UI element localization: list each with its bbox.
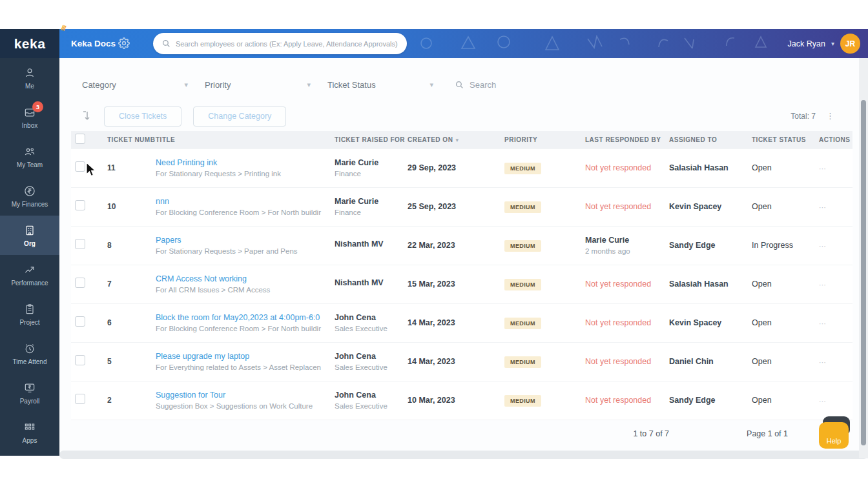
- team-icon: [23, 145, 36, 158]
- row-actions-icon[interactable]: ⋯: [819, 242, 827, 250]
- ticket-category-path: For Everything related to Assets > Asset…: [156, 363, 327, 371]
- settings-gear-icon[interactable]: [118, 37, 130, 49]
- sidebar-item-label: Org: [24, 240, 36, 247]
- row-checkbox[interactable]: [75, 316, 85, 327]
- chevron-down-icon: ▾: [307, 81, 311, 89]
- help-button[interactable]: Help: [819, 422, 849, 449]
- trend-up-icon: [23, 263, 36, 276]
- user-icon: [23, 66, 36, 79]
- sidebar-item-my-team[interactable]: My Team: [0, 137, 59, 176]
- ticket-title-link[interactable]: nnn: [156, 197, 327, 206]
- col-priority[interactable]: PRIORITY: [501, 131, 581, 148]
- ticket-status-filter-dropdown[interactable]: Ticket Status ▾: [327, 80, 450, 90]
- ticket-title-link[interactable]: Need Printing ink: [156, 158, 327, 167]
- avatar[interactable]: JR: [840, 34, 860, 54]
- user-name: Jack Ryan: [788, 39, 825, 48]
- sidebar-item-inbox[interactable]: 3 Inbox: [0, 97, 59, 137]
- table-row[interactable]: 5 Please upgrade my laptopFor Everything…: [71, 342, 852, 381]
- ticket-search-input[interactable]: [470, 80, 553, 90]
- vertical-scrollbar-thumb[interactable]: [861, 100, 866, 445]
- category-filter-label: Category: [82, 80, 116, 90]
- row-checkbox[interactable]: [75, 161, 85, 172]
- priority-filter-dropdown[interactable]: Priority ▾: [205, 80, 327, 90]
- ticket-title-link[interactable]: Suggestion for Tour: [156, 391, 327, 400]
- sidebar-item-apps[interactable]: Apps: [0, 412, 59, 452]
- sort-caret-icon: ▾: [455, 137, 459, 143]
- ticket-title-link[interactable]: Papers: [156, 236, 327, 245]
- sidebar-item-label: Project: [19, 319, 39, 326]
- sidebar-item-payroll[interactable]: Payroll: [0, 373, 59, 412]
- table-row[interactable]: 7 CRM Access Not workingFor All CRM Issu…: [71, 265, 852, 303]
- row-checkbox[interactable]: [75, 278, 85, 288]
- monitor-rupee-icon: [23, 381, 36, 394]
- row-checkbox[interactable]: [75, 200, 85, 210]
- sidebar-item-label: My Team: [17, 161, 43, 168]
- building-icon: [23, 224, 36, 237]
- sidebar-item-org[interactable]: Org: [0, 216, 59, 255]
- sidebar-item-label: Payroll: [20, 398, 40, 405]
- close-tickets-button[interactable]: Close Tickets: [104, 107, 181, 127]
- priority-badge: MEDIUM: [504, 201, 541, 213]
- keka-logo[interactable]: keka ///: [0, 29, 59, 58]
- row-checkbox[interactable]: [75, 394, 85, 404]
- topbar-doodles-decoration: [407, 29, 769, 58]
- chevron-down-icon: ▾: [429, 81, 433, 89]
- search-icon: [162, 39, 170, 48]
- row-actions-icon[interactable]: ⋯: [819, 165, 827, 172]
- table-row[interactable]: 8 PapersFor Stationary Requests > Paper …: [71, 226, 852, 265]
- apps-grid-icon: [23, 421, 36, 434]
- user-menu[interactable]: Jack Ryan ▾ JR: [788, 29, 860, 58]
- sidebar-item-my-finances[interactable]: My Finances: [0, 176, 59, 216]
- table-row[interactable]: 10 nnnFor Blocking Conference Room > For…: [71, 187, 852, 226]
- ticket-title-link[interactable]: Block the room for May20,2023 at 4:00pm-…: [156, 313, 327, 322]
- ticket-title-link[interactable]: CRM Access Not working: [156, 274, 327, 283]
- row-actions-icon[interactable]: ⋯: [819, 358, 827, 366]
- more-options-icon[interactable]: ⋮: [826, 113, 834, 119]
- row-checkbox[interactable]: [75, 239, 85, 249]
- help-widget: Help: [819, 416, 851, 450]
- change-category-button[interactable]: Change Category: [193, 107, 286, 127]
- rupee-coin-icon: [23, 185, 36, 198]
- row-actions-icon[interactable]: ⋯: [819, 203, 827, 211]
- select-all-checkbox[interactable]: [75, 134, 85, 144]
- row-actions-icon[interactable]: ⋯: [819, 281, 827, 289]
- alarm-clock-icon: [23, 342, 36, 355]
- ticket-title-link[interactable]: Please upgrade my laptop: [156, 352, 327, 361]
- ticket-search: [455, 80, 553, 90]
- filters-bar: Category ▾ Priority ▾ Ticket Status ▾: [82, 74, 553, 96]
- search-icon: [455, 81, 464, 89]
- row-actions-icon[interactable]: ⋯: [819, 397, 827, 405]
- category-filter-dropdown[interactable]: Category ▾: [82, 80, 205, 90]
- col-ticket-status[interactable]: TICKET STATUS: [748, 131, 815, 148]
- col-title[interactable]: TITLE: [152, 131, 331, 148]
- top-navigation-bar: keka /// Keka Docs Jack Ryan ▾ JR: [0, 29, 868, 58]
- sidebar-item-performance[interactable]: Performance: [0, 255, 59, 294]
- col-last-responded-by[interactable]: LAST RESPONDED BY: [581, 131, 665, 148]
- sidebar-item-me[interactable]: Me: [0, 58, 59, 97]
- sidebar-item-label: Inbox: [22, 122, 37, 129]
- row-actions-icon[interactable]: ⋯: [819, 320, 827, 327]
- col-ticket-numb[interactable]: TICKET NUMB: [103, 131, 152, 148]
- sidebar-navigation: Me 3 Inbox My Team My Finances Org Perfo…: [0, 58, 59, 456]
- sort-icon[interactable]: [82, 110, 92, 122]
- global-search-input[interactable]: [176, 40, 398, 48]
- chevron-down-icon: ▾: [184, 81, 188, 89]
- total-count: Total: 7: [790, 112, 816, 121]
- col-assigned-to[interactable]: ASSIGNED TO: [665, 131, 748, 148]
- horizontal-scrollbar[interactable]: [59, 451, 868, 459]
- table-row[interactable]: 11 Need Printing inkFor Stationary Reque…: [71, 148, 852, 187]
- sidebar-item-project[interactable]: Project: [0, 294, 59, 334]
- table-row[interactable]: 2 Suggestion for TourSuggestion Box > Su…: [71, 381, 852, 420]
- ticket-category-path: For Blocking Conference Room > For North…: [156, 325, 327, 332]
- sidebar-item-label: Time Attend: [13, 358, 47, 365]
- row-checkbox[interactable]: [75, 355, 85, 365]
- table-row[interactable]: 6 Block the room for May20,2023 at 4:00p…: [71, 303, 852, 342]
- col-actions[interactable]: ACTIONS: [815, 131, 852, 148]
- clipboard-icon: [23, 303, 36, 316]
- keka-helpdesk-page: keka /// Keka Docs Jack Ryan ▾ JR Me 3 I…: [0, 0, 868, 488]
- col-created-on[interactable]: CREATED ON▾: [404, 131, 501, 148]
- app-name: Keka Docs: [71, 29, 116, 58]
- table-header-row: TICKET NUMB TITLE TICKET RAISED FOR CREA…: [71, 131, 852, 148]
- sidebar-item-time-attend[interactable]: Time Attend: [0, 334, 59, 373]
- col-ticket-raised-for[interactable]: TICKET RAISED FOR: [331, 131, 404, 148]
